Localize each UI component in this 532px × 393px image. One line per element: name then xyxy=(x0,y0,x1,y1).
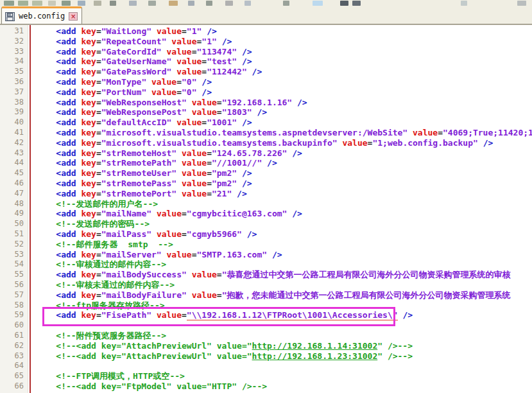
code-text: <add key="GateCordId" value="113474" /> xyxy=(28,47,532,57)
toolbar-icon-fragment[interactable] xyxy=(245,1,251,6)
toolbar-icon-fragment[interactable] xyxy=(206,1,212,6)
code-line[interactable]: 55 <add key="mailBodySuccess" value="恭喜您… xyxy=(0,270,532,280)
code-text: <add key="WaitLong" value="1" /> xyxy=(28,26,532,37)
toolbar-icon-fragment[interactable] xyxy=(352,1,361,6)
code-text: <add key="mailBodyFailure" value="抱歉，您未能… xyxy=(28,290,532,301)
code-text: <add key="MonType" value="0" /> xyxy=(28,77,532,87)
line-number: 66 xyxy=(0,381,28,392)
code-text: <!--发送邮件的密码--> xyxy=(28,219,532,229)
code-line[interactable]: 59 <add key="FisePath" value="\\192.168.… xyxy=(0,310,532,320)
code-line[interactable]: 64 xyxy=(0,361,532,371)
code-line[interactable]: 38 <add key="WebResponseHost" value="192… xyxy=(0,98,532,108)
line-number: 65 xyxy=(0,371,28,381)
toolbar-icon-fragment[interactable] xyxy=(129,1,137,6)
toolbar-icon-fragment[interactable] xyxy=(62,1,71,6)
line-number: 48 xyxy=(0,199,28,209)
code-line[interactable]: 62 <!--<add key="AttachPreviewUrl" value… xyxy=(0,341,532,351)
code-line[interactable]: 35 <add key="GatePassWord" value="112442… xyxy=(0,67,532,77)
toolbar-icon-fragment[interactable] xyxy=(313,1,323,6)
code-line[interactable]: 43 <add key="strRemoteHost" value="124.6… xyxy=(0,148,532,159)
code-line[interactable]: 40 <add key="defaultAccID" value="1001" … xyxy=(0,118,532,128)
line-number: 39 xyxy=(0,107,28,118)
toolbar-icon-fragment[interactable] xyxy=(340,1,348,6)
toolbar-icon-fragment[interactable] xyxy=(225,1,233,6)
line-number: 51 xyxy=(0,229,28,240)
code-line[interactable]: 39 <add key="WebResponsePost" value="180… xyxy=(0,107,532,118)
code-text: <add key="PortNum" value="0" /> xyxy=(28,87,532,98)
line-number: 42 xyxy=(0,138,28,148)
code-text xyxy=(28,320,532,331)
line-number: 35 xyxy=(0,67,28,77)
code-line[interactable]: 66 <!--<add key="FtpModel" value="HTTP" … xyxy=(0,381,532,392)
line-number: 63 xyxy=(0,351,28,362)
toolbar-icon-fragment[interactable] xyxy=(18,1,28,6)
line-number: 62 xyxy=(0,341,28,351)
code-text: <add key="FisePath" value="\\192.168.1.1… xyxy=(28,310,532,320)
code-line[interactable]: 42 <add key="microsoft.visualstudio.team… xyxy=(0,138,532,148)
line-number: 50 xyxy=(0,219,28,229)
tab-bar: web.config × xyxy=(0,6,532,24)
code-line[interactable]: 46 <add key="strRemotePass" value="pm2" … xyxy=(0,179,532,189)
toolbar-icon-fragment[interactable] xyxy=(148,1,156,6)
code-line[interactable]: 47 <add key="strRemotePort" value="21" /… xyxy=(0,189,532,199)
code-line[interactable]: 37 <add key="PortNum" value="0" /> xyxy=(0,87,532,98)
line-number: 31 xyxy=(0,26,28,37)
code-text: <add key="strRemoteHost" value="124.65.7… xyxy=(28,148,532,159)
code-line[interactable]: 51 <add key="mailPass" value="cgmyb5966"… xyxy=(0,229,532,240)
code-text: <add key="strRemotePort" value="21" /> xyxy=(28,189,532,199)
code-line[interactable]: 32 <add key="RepeatCount" value="1" /> xyxy=(0,37,532,47)
tab-close-icon[interactable]: × xyxy=(69,12,78,21)
code-text: <!--发送邮件的用户名--> xyxy=(28,199,532,209)
code-line[interactable]: 31 <add key="WaitLong" value="1" /> xyxy=(0,26,532,37)
toolbar-icon-fragment[interactable] xyxy=(32,1,42,6)
code-line[interactable]: 41 <add key="microsoft.visualstudio.team… xyxy=(0,128,532,138)
code-line[interactable]: 56 <!--审核未通过的邮件内容--> xyxy=(0,280,532,290)
code-line[interactable]: 48 <!--发送邮件的用户名--> xyxy=(0,199,532,209)
code-line[interactable]: 54 <!--审核通过的邮件内容--> xyxy=(0,259,532,270)
toolbar-icon-fragment[interactable] xyxy=(517,1,526,6)
code-line[interactable]: 45 <add key="strRemoteUser" value="pm2" … xyxy=(0,168,532,179)
toolbar-icon-fragment[interactable] xyxy=(78,1,85,6)
code-text: <add key="defaultAccID" value="1001" /> xyxy=(28,118,532,128)
toolbar-icon-fragment[interactable] xyxy=(169,1,178,6)
code-text: <!--<add key="AttachPreviewUrl" value="h… xyxy=(28,341,532,351)
app-window: { "window": { "tab_title": "web.config",… xyxy=(0,0,532,393)
code-text: <!--审核通过的邮件内容--> xyxy=(28,259,532,270)
code-line[interactable]: 58 <!--ftp服务器存放路径--> xyxy=(0,301,532,311)
line-number: 36 xyxy=(0,77,28,87)
code-line[interactable]: 65 <!--FTP调用模式，HTTP或空--> xyxy=(0,371,532,381)
line-number: 57 xyxy=(0,290,28,301)
code-text: <add key="GateUserName" value="test" /> xyxy=(28,57,532,67)
code-line[interactable]: 34 <add key="GateUserName" value="test" … xyxy=(0,57,532,67)
code-line[interactable]: 53 <add key="mailServer" value="SMTP.163… xyxy=(0,250,532,260)
toolbar-icon-fragment[interactable] xyxy=(94,1,101,6)
line-number: 34 xyxy=(0,57,28,67)
code-text: <add key="GatePassWord" value="112442" /… xyxy=(28,67,532,77)
toolbar-icon-fragment[interactable] xyxy=(4,1,14,6)
line-number: 59 xyxy=(0,310,28,320)
toolbar-icon-fragment[interactable] xyxy=(461,1,467,6)
code-line[interactable]: 60 xyxy=(0,320,532,331)
toolbar-icon-fragment[interactable] xyxy=(283,1,289,6)
code-line[interactable]: 63 <!--<add key="AttachPreviewUrl" value… xyxy=(0,351,532,362)
code-text: <add key="WebResponseHost" value="192.16… xyxy=(28,98,532,108)
toolbar-icon-fragment[interactable] xyxy=(188,1,194,6)
code-text: <add key="strRemoteUser" value="pm2" /> xyxy=(28,168,532,179)
code-line[interactable]: 33 <add key="GateCordId" value="113474" … xyxy=(0,47,532,57)
code-line[interactable]: 36 <add key="MonType" value="0" /> xyxy=(0,77,532,87)
code-line[interactable]: 57 <add key="mailBodyFailure" value="抱歉，… xyxy=(0,290,532,301)
code-line[interactable]: 44 <add key="strRemotePath" value="//100… xyxy=(0,158,532,168)
line-number: 43 xyxy=(0,148,28,159)
toolbar-icon-fragment[interactable] xyxy=(110,1,116,6)
code-line[interactable]: 49 <add key="mailName" value="cgmybcitic… xyxy=(0,209,532,219)
code-line[interactable]: 52 <!--邮件服务器 smtp --> xyxy=(0,240,532,250)
code-text: <!--附件预览服务器路径--> xyxy=(28,331,532,341)
code-text: <add key="strRemotePath" value="//1001//… xyxy=(28,158,532,168)
line-number: 46 xyxy=(0,179,28,189)
code-line[interactable]: 50 <!--发送邮件的密码--> xyxy=(0,219,532,229)
tab-web-config[interactable]: web.config × xyxy=(1,6,82,24)
line-number: 41 xyxy=(0,128,28,138)
toolbar-icon-fragment[interactable] xyxy=(48,1,56,6)
editor-pane[interactable]: 31 <add key="WaitLong" value="1" />32 <a… xyxy=(0,24,532,393)
code-line[interactable]: 61 <!--附件预览服务器路径--> xyxy=(0,331,532,341)
